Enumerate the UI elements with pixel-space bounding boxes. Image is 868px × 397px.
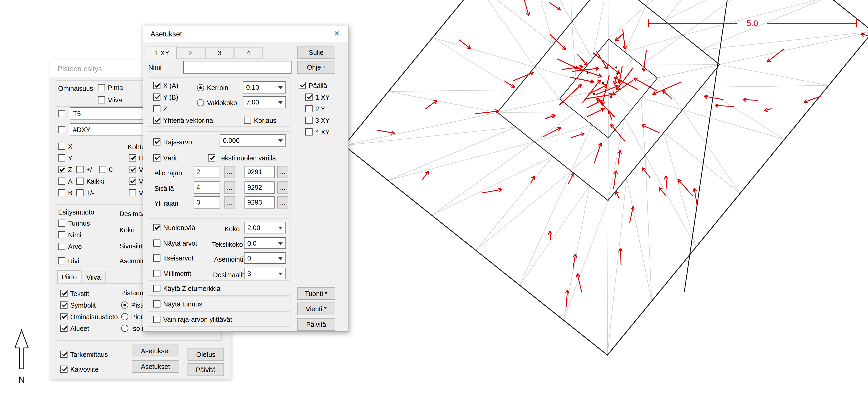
combo-kerroin[interactable]: 0.10 [243, 81, 286, 93]
combo-tekstikoko[interactable]: 0.0 [244, 237, 286, 249]
checkbox-tarkemittaus[interactable]: Tarkemittaus [60, 350, 108, 359]
tab-piirto[interactable]: Piirto [57, 271, 81, 283]
tuonti-button[interactable]: Tuonti * [297, 287, 335, 300]
checkbox-x[interactable]: X [58, 142, 72, 150]
checkbox-raja-arvo[interactable]: Raja-arvo [153, 138, 192, 146]
checkbox-type2[interactable] [58, 126, 65, 134]
combo-koko[interactable]: 2.00 [244, 222, 286, 233]
checkbox-a[interactable]: A [58, 177, 72, 185]
checkbox-plusminus-1[interactable]: +/- [76, 165, 94, 174]
alle-rajan-code-input[interactable] [245, 166, 275, 178]
sulje-button[interactable]: Sulje [297, 46, 335, 59]
ohje-button[interactable]: Ohje * [297, 61, 335, 73]
checkbox-kaikki[interactable]: Kaikki [76, 177, 104, 185]
checkbox-channel-3[interactable]: 3 XY [305, 116, 330, 124]
checkbox-y-b[interactable]: Y (B) [153, 93, 178, 101]
checkbox-symbolit[interactable]: Symbolit [60, 301, 96, 309]
yli-rajan-browse-button[interactable]: ... [224, 196, 235, 209]
checkbox-ominaisuustieto[interactable]: Ominaisuustieto [60, 312, 118, 321]
checkbox-z[interactable]: Z [58, 165, 72, 174]
checkbox-nuolenpaa[interactable]: Nuolenpää [153, 223, 195, 232]
checkbox-x-a[interactable]: X (A) [153, 81, 178, 90]
checkbox-box [58, 257, 65, 265]
tekstikoko-label: Tekstikoko [212, 241, 243, 248]
checkbox-label: Vain raja-arvon ylittävät [163, 315, 232, 323]
checkbox-box [153, 82, 160, 89]
checkbox-millimetrit[interactable]: Millimetrit [153, 269, 191, 278]
checkbox-vain-raja-arvon[interactable]: Vain raja-arvon ylittävät [153, 315, 232, 324]
tab-2[interactable]: 2 [177, 47, 205, 59]
alle-rajan-browse-button[interactable]: ... [224, 166, 235, 178]
sisalla-code-browse-button[interactable]: ... [277, 181, 288, 193]
checkbox-channel-1[interactable]: 1 XY [305, 93, 330, 101]
radio-vakiokoko[interactable]: Vakiokoko [197, 98, 237, 107]
checkbox-kayta-z-etumerkkia[interactable]: Käytä Z etumerkkiä [153, 284, 220, 293]
close-icon[interactable]: × [327, 26, 348, 41]
checkbox-b[interactable]: B [58, 188, 72, 197]
alle-rajan-code-browse-button[interactable]: ... [277, 166, 288, 178]
checkbox-zero[interactable]: 0 [99, 165, 113, 174]
checkbox-alueet[interactable]: Alueet [60, 324, 89, 332]
paivita-button-back[interactable]: Päivitä [188, 363, 224, 376]
vienti-button[interactable]: Vienti * [297, 303, 335, 315]
yli-rajan-input[interactable] [194, 196, 220, 209]
combo-desimaalit[interactable]: 3 [244, 268, 286, 279]
paivita-button-front[interactable]: Päivitä [297, 318, 335, 331]
radio-pieni[interactable]: Pieni [121, 312, 146, 321]
combo-vakiokoko[interactable]: 7.00 [243, 96, 286, 109]
radio-iso-ri[interactable]: Iso ri [121, 324, 146, 332]
alle-rajan-input[interactable] [194, 166, 220, 178]
checkbox-kaivoviite[interactable]: Kaivoviite [60, 365, 99, 373]
checkbox-label: Y (B) [163, 93, 178, 101]
checkbox-nayta-tunnus[interactable]: Näytä tunnus [153, 300, 202, 308]
tab-4[interactable]: 4 [234, 47, 263, 59]
sisalla-code-input[interactable] [245, 181, 275, 193]
checkbox-korjaus[interactable]: Korjaus [244, 116, 277, 124]
checkbox-tunnus[interactable]: Tunnus [58, 219, 90, 227]
checkbox-nimi[interactable]: Nimi [58, 231, 81, 239]
desimaalit-label: Desimaalit [213, 271, 244, 279]
checkbox-teksti-nuolen-varilla[interactable]: Teksti nuolen värillä [208, 154, 276, 162]
radio-piste[interactable]: Piste [121, 301, 146, 309]
sisalla-browse-button[interactable]: ... [224, 181, 235, 193]
checkbox-z-front[interactable]: Z [153, 104, 167, 113]
tab-viiva[interactable]: Viiva [81, 272, 106, 283]
dialog-titlebar[interactable]: Asetukset [143, 26, 348, 42]
checkbox-plusminus-2[interactable]: +/- [76, 188, 94, 197]
yli-rajan-code-browse-button[interactable]: ... [277, 196, 288, 209]
asetukset-button-2[interactable]: Asetukset [132, 360, 179, 373]
radio-dot [121, 325, 128, 332]
asetukset-button-1[interactable]: Asetukset [132, 344, 179, 357]
koko-label: Koko [120, 226, 135, 234]
checkbox-itseisarvot[interactable]: Itseisarvot [153, 254, 193, 262]
checkbox-varit[interactable]: Värit [153, 154, 177, 162]
checkbox-channel-4[interactable]: 4 XY [305, 128, 330, 136]
oletus-button[interactable]: Oletus [188, 348, 224, 361]
checkbox-channel-2[interactable]: 2 Y [305, 104, 325, 113]
checkbox-arvo[interactable]: Arvo [58, 242, 82, 250]
north-arrow: N [6, 327, 50, 388]
checkbox-box [299, 82, 306, 89]
checkbox-nayta-arvot[interactable]: Näytä arvot [153, 239, 197, 247]
koko-label-front: Koko [224, 225, 240, 233]
checkbox-box [60, 366, 68, 373]
combo-asemointi[interactable]: 0 [244, 252, 286, 264]
checkbox-tekstit[interactable]: Tekstit [60, 289, 89, 298]
checkbox-label: Viiva [108, 96, 122, 103]
application-window: 5.0 N Pisteen esitys Ominaisuus Pinta Vi… [0, 0, 868, 397]
checkbox-rivi[interactable]: Rivi [58, 256, 79, 265]
tab-1-xy[interactable]: 1 XY [148, 46, 177, 59]
sisalla-input[interactable] [194, 181, 220, 193]
radio-kerroin[interactable]: Kerroin [197, 84, 228, 92]
nimi-input[interactable] [183, 61, 292, 73]
checkbox-yhtena-vektorina[interactable]: Yhtenä vektorina [153, 116, 213, 124]
checkbox-type1[interactable] [58, 110, 65, 118]
combo-raja-arvo[interactable]: 0.000 [220, 134, 286, 147]
checkbox-y[interactable]: Y [58, 154, 72, 162]
checkbox-box [129, 166, 136, 173]
checkbox-viiva[interactable]: Viiva [98, 96, 122, 104]
checkbox-paalla[interactable]: Päällä [299, 81, 327, 90]
yli-rajan-code-input[interactable] [245, 196, 275, 209]
checkbox-pinta[interactable]: Pinta [98, 84, 123, 92]
tab-3[interactable]: 3 [205, 47, 234, 59]
